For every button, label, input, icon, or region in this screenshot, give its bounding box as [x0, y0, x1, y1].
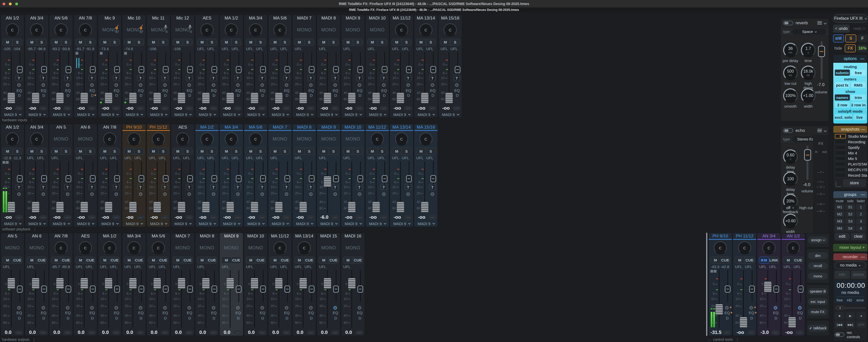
media-select[interactable]: no media [835, 262, 866, 269]
trim-mode-button[interactable]: T [429, 184, 436, 190]
mute-button[interactable]: M [149, 39, 159, 45]
trim-mode-button[interactable]: T [40, 75, 46, 81]
fader-handle[interactable] [275, 202, 283, 213]
mute-button[interactable]: M [416, 39, 426, 45]
mute-button[interactable]: M [319, 148, 329, 155]
mute-button[interactable]: M [124, 148, 134, 155]
trim-mode-button[interactable]: T [283, 75, 290, 81]
fader-handle[interactable] [202, 202, 210, 213]
cue-button[interactable]: CUE [110, 257, 120, 264]
pan-reset-pill[interactable]: — [331, 330, 339, 335]
settings-gear-icon[interactable]: ⚙ [90, 192, 94, 197]
pan-reset-pill[interactable]: — [210, 106, 217, 110]
fader-handle[interactable] [421, 93, 429, 104]
channel-strip[interactable]: AN 1/2CMS-11.8-11.30610204060T⚙-oo—MADI … [1, 124, 24, 227]
dynamics-button[interactable]: D [140, 93, 143, 98]
eq-button[interactable]: EQ [357, 311, 363, 315]
trim-handle[interactable] [382, 175, 388, 182]
trim-handle[interactable] [333, 285, 339, 293]
trim-mode-button[interactable]: T [332, 184, 339, 190]
settings-gear-icon[interactable]: ⚙ [798, 305, 802, 310]
eq-button[interactable]: EQ [187, 311, 192, 315]
settings-gear-icon[interactable]: ⚙ [17, 82, 21, 88]
eq-button[interactable]: EQ [260, 88, 265, 93]
channel-strip[interactable]: MADI 7MONOMSUFL0610204060T⚙EQD-oo—MADI 9 [292, 15, 316, 118]
pan-reset-pill[interactable]: — [15, 106, 23, 110]
settings-gear-icon[interactable]: ⚙ [333, 192, 338, 197]
fader-handle[interactable] [764, 281, 772, 293]
cue-button[interactable]: CUE [207, 257, 217, 264]
recall-button[interactable]: recall [808, 263, 828, 269]
pan-reset-pill[interactable]: — [796, 330, 804, 335]
fader-handle[interactable] [740, 317, 747, 328]
pan-knob[interactable]: C [444, 23, 457, 36]
live-option[interactable]: live [853, 114, 866, 120]
pan-reset-pill[interactable]: — [258, 106, 266, 110]
fader-handle[interactable] [56, 202, 64, 213]
pan-knob[interactable]: C [176, 132, 189, 145]
mute-button[interactable]: M [149, 257, 159, 264]
mute-button[interactable]: M [221, 39, 231, 45]
settings-gear-icon[interactable]: ⚙ [17, 192, 21, 197]
echo-width-knob[interactable]: +0.60 width [783, 214, 798, 234]
trim-handle[interactable] [138, 66, 144, 73]
solo-button[interactable]: S [256, 39, 266, 45]
cue-button[interactable]: CUE [794, 257, 803, 264]
pan-reset-pill[interactable]: — [136, 215, 145, 219]
route-select[interactable]: MADI 9 [390, 111, 413, 118]
pan-knob[interactable]: C [371, 132, 384, 145]
channel-strip[interactable]: AESCMSUFLUFL0610204060T⚙-oo—MADI 9 [171, 124, 194, 227]
pan-knob[interactable]: C [738, 241, 751, 254]
channel-strip[interactable]: PH 11/12CMCUEUFLUFL0610204060⚙EQD-oo— [733, 233, 756, 336]
pan-reset-pill[interactable]: — [258, 215, 266, 219]
zoom-window-icon[interactable] [15, 3, 18, 5]
eq-button[interactable]: EQ [333, 311, 338, 315]
channel-strip[interactable]: MA 3/4CMSUFLUFL0610204060T⚙-oo—MADI 9 [219, 124, 243, 227]
solo-button[interactable]: S [426, 39, 436, 45]
fader-handle[interactable] [226, 278, 234, 289]
trim-mode-button[interactable]: T [235, 184, 241, 190]
trim-handle[interactable] [774, 285, 779, 293]
fader-handle[interactable] [56, 278, 64, 289]
trim-mode-button[interactable]: T [89, 75, 95, 81]
pan-reset-pill[interactable]: — [39, 330, 47, 335]
mute-button[interactable]: M [51, 148, 61, 155]
pan-reset-pill[interactable]: — [88, 106, 96, 110]
trim-handle[interactable] [455, 66, 460, 73]
trim-mode-button[interactable]: T [16, 184, 22, 190]
trim-handle[interactable] [138, 175, 144, 182]
trim-handle[interactable] [358, 66, 363, 73]
dynamics-button[interactable]: D [91, 93, 94, 98]
master-solo-button[interactable]: S [845, 34, 856, 42]
trim-handle[interactable] [382, 66, 388, 73]
trim-handle[interactable] [41, 285, 47, 293]
link-button[interactable]: LINK [769, 257, 779, 264]
dynamics-button[interactable]: D [237, 316, 240, 320]
fader-handle[interactable] [445, 93, 453, 104]
pan-reset-pill[interactable]: — [282, 330, 290, 335]
route-select[interactable]: MADI 9 [292, 220, 316, 227]
settings-gear-icon[interactable]: ⚙ [357, 192, 362, 197]
settings-gear-icon[interactable]: ⚙ [114, 82, 119, 88]
fader-track[interactable] [767, 270, 768, 328]
eq-button[interactable]: EQ [749, 311, 754, 315]
group-cell-m2[interactable]: M2 [835, 211, 844, 217]
fader-handle[interactable] [32, 93, 39, 104]
trim-mode-button[interactable]: T [113, 184, 120, 190]
eq-button[interactable]: EQ [17, 311, 22, 315]
fader-handle[interactable] [251, 202, 258, 213]
pan-reset-pill[interactable]: — [404, 106, 412, 110]
eq-button[interactable]: EQ [357, 88, 363, 93]
pan-knob[interactable]: C [55, 23, 68, 36]
reverb-collapse-icon[interactable] [824, 22, 827, 24]
pan-reset-pill[interactable]: — [88, 215, 96, 219]
trim-mode-button[interactable]: T [186, 75, 192, 81]
free-option[interactable]: free [851, 70, 866, 76]
trim-mode-button[interactable]: T [162, 184, 168, 190]
settings-gear-icon[interactable]: ⚙ [114, 305, 119, 310]
solo-button[interactable]: S [134, 148, 144, 155]
trim-handle[interactable] [260, 66, 266, 73]
channel-strip[interactable]: MADI 8MONOMSUFL0610204060T⚙EQD-oo—MADI 9 [317, 15, 341, 118]
dynamics-button[interactable]: D [799, 316, 802, 320]
reverb-knob-smooth[interactable]: 100%smooth [783, 88, 798, 108]
